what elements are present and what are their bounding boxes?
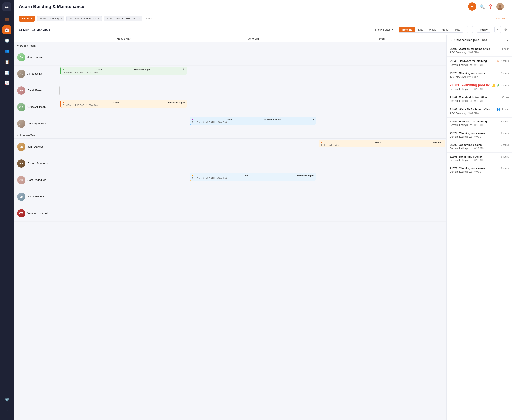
today-button[interactable]: Today (476, 27, 491, 33)
filters-button[interactable]: Filters ▾ (19, 15, 35, 22)
job-list-id: 21495 (450, 47, 457, 51)
cell-james-mon[interactable] (59, 49, 188, 65)
user-avatar-wrap[interactable]: ▼ (497, 3, 507, 10)
cell-sara-tue[interactable]: 21545 Hardware repair Tech Fixes Ltd W1F… (188, 172, 317, 188)
status-filter-close-icon[interactable]: ✕ (60, 17, 62, 20)
cell-wanda-mon[interactable] (59, 205, 188, 221)
list-item-21603-swimming-2[interactable]: 21603 Swimming pool fix 5 hours Bernard … (447, 141, 512, 153)
filters-toolbar: Filters ▾ Status: Pending ✕ Job type: St… (14, 13, 512, 24)
show-select[interactable]: Show 5 days ▾ (373, 27, 395, 32)
cell-john-wed[interactable]: 21545 Hardwa… Tech Fixes Ltd W… (317, 139, 446, 155)
sidebar-item-briefcase[interactable]: 💼 (2, 15, 11, 24)
list-item-21495-water-2[interactable]: 21495 Water fix for home office 👥 1 hour… (447, 105, 512, 118)
cell-robert-tue[interactable] (188, 155, 317, 172)
job-time: 10:00–12:00 (86, 71, 98, 74)
job-card-sara-21545[interactable]: 21545 Hardware repair Tech Fixes Ltd W1F… (189, 173, 316, 181)
cell-jason-tue[interactable] (188, 188, 317, 205)
sidebar-item-users[interactable]: 👥 (2, 47, 11, 56)
list-item-21578-cleaning-3[interactable]: 21578 Cleaning work areas 3 hours Bernar… (447, 164, 512, 176)
cell-alfred-tue[interactable] (188, 66, 317, 82)
sidebar-item-chart[interactable]: 📈 (2, 79, 11, 88)
cell-grace-mon[interactable]: 21545 Hardware repair Tech Fixes Ltd W1F… (59, 99, 188, 115)
cell-anthony-mon[interactable] (59, 115, 188, 132)
list-item-21578-cleaning-2[interactable]: 21578 Cleaning work areas 3 hours Bernar… (447, 129, 512, 141)
job-list-name: Cleaning work areas (459, 132, 501, 135)
add-button[interactable]: + (468, 2, 476, 11)
job-card-anthony-21545[interactable]: 21545 Hardware repair ≡ Tech Fixes Ltd W… (189, 117, 316, 125)
team-header-london[interactable]: ▾ London Team (14, 132, 446, 139)
job-list-company: Bernard Lettings Ltd (450, 124, 472, 127)
calendar-settings-icon[interactable]: ⚙ (504, 28, 507, 32)
tab-week[interactable]: Week (426, 27, 439, 32)
job-list-company: Bernard Lettings Ltd (450, 64, 472, 67)
job-list-duration: 3 hours (501, 72, 509, 75)
sidebar-item-list[interactable]: 📋 (2, 57, 11, 67)
tab-map[interactable]: Map (452, 27, 463, 32)
list-item-21545-hardware[interactable]: 21545 Hardware maintaining ↻ 2 hours Ber… (447, 57, 512, 69)
job-company: Tech Fixes Ltd (192, 177, 205, 180)
cell-sara-mon[interactable] (59, 172, 188, 188)
clear-filters-button[interactable]: Clear filters (494, 17, 507, 20)
list-item-21545-hardware-2[interactable]: 21545 Hardware maintaining 2 hours Berna… (447, 118, 512, 129)
prev-button[interactable]: ‹ (467, 26, 473, 33)
team-group-london: ▾ London Team JD John Dawson (14, 132, 446, 222)
cell-jason-wed[interactable] (317, 188, 446, 205)
job-list-name: Electrical fix for office (459, 96, 501, 99)
job-list-id: 21545 (450, 120, 457, 123)
date-filter-chip[interactable]: Date 01/10/21 – 08/01/21 ✕ (104, 16, 142, 21)
tab-month[interactable]: Month (439, 27, 452, 32)
cell-grace-tue[interactable] (188, 99, 317, 115)
cell-sarah-tue[interactable] (188, 82, 317, 99)
sidebar-item-settings[interactable]: ⚙️ (2, 395, 11, 405)
sidebar-item-arrow[interactable]: → (2, 406, 11, 415)
job-card-john-21545[interactable]: 21545 Hardwa… Tech Fixes Ltd W… (319, 140, 445, 147)
person-row-anthony-parker: AP Anthony Parker 21545 Hardware repair … (14, 115, 446, 132)
cell-robert-wed[interactable] (317, 155, 446, 172)
day-header-mon: Mon, 8 Mar (59, 35, 188, 42)
tab-day[interactable]: Day (415, 27, 426, 32)
cell-john-mon[interactable] (59, 139, 188, 155)
list-item-21603-swimming-3[interactable]: 21603 Swimming pool fix 5 hours Bernard … (447, 153, 512, 164)
help-icon[interactable]: ❓ (488, 4, 493, 9)
date-filter-close-icon[interactable]: ✕ (138, 17, 140, 20)
cell-sarah-wed[interactable] (317, 82, 446, 99)
cell-jason-mon[interactable] (59, 188, 188, 205)
more-filters-button[interactable]: 3 more... (144, 16, 158, 21)
job-list-duration: 5 hours (501, 143, 509, 146)
status-filter-chip[interactable]: Status: Pending ✕ (37, 16, 64, 21)
refresh-icon: ↻ (183, 68, 185, 71)
list-item-21603-swimming-red[interactable]: 21603 Swimming pool fix ⚠️ ⇄ 5 hours Ber… (447, 81, 512, 93)
list-item-21578-cleaning[interactable]: 21578 Cleaning work areas 3 hours Tech F… (447, 69, 512, 81)
cell-sara-wed[interactable] (317, 172, 446, 188)
list-item-21489-electrical[interactable]: 21489 Electrical fix for office 30 min B… (447, 93, 512, 105)
cell-sarah-mon[interactable] (59, 82, 188, 99)
cell-robert-mon[interactable] (59, 155, 188, 172)
person-info-jason-roberts: JR Jason Roberts (14, 188, 59, 205)
cell-anthony-wed[interactable] (317, 115, 446, 132)
team-header-dublin[interactable]: ▾ Dublin Team (14, 42, 446, 49)
cell-alfred-mon[interactable]: 21545 Hardware repair ↻ Tech Fixes Ltd W… (59, 66, 188, 82)
cell-wanda-tue[interactable] (188, 205, 317, 221)
show-chevron-icon: ▾ (392, 28, 393, 31)
search-icon[interactable]: 🔍 (480, 4, 485, 9)
sidebar-item-calendar[interactable]: 📅 (2, 25, 11, 34)
next-button[interactable]: › (494, 26, 501, 33)
job-location: W1F 0TH (206, 121, 215, 123)
job-card-grace-21545[interactable]: 21545 Hardware repair Tech Fixes Ltd W1F… (60, 100, 187, 108)
sidebar-item-clock[interactable]: 🕐 (2, 36, 11, 45)
job-card-alfred-21545[interactable]: 21545 Hardware repair ↻ Tech Fixes Ltd W… (60, 67, 187, 75)
cell-anthony-tue[interactable]: 21545 Hardware repair ≡ Tech Fixes Ltd W… (188, 115, 317, 132)
cell-james-tue[interactable] (188, 49, 317, 65)
cell-john-tue[interactable] (188, 139, 317, 155)
tab-timeline[interactable]: Timeline (399, 27, 416, 32)
cell-james-wed[interactable] (317, 49, 446, 65)
cell-wanda-wed[interactable] (317, 205, 446, 221)
sync-icon: ⇄ (497, 83, 499, 87)
sidebar-item-report[interactable]: 📊 (2, 68, 11, 77)
list-item-21495-water[interactable]: 21495 Water fix for home office 1 hour A… (447, 45, 512, 57)
unscheduled-chevron-icon[interactable]: ∨ (506, 38, 509, 42)
cell-grace-wed[interactable] (317, 99, 446, 115)
jobtype-filter-chip[interactable]: Job type: Standard job ✕ (67, 16, 102, 21)
cell-alfred-wed[interactable] (317, 66, 446, 82)
jobtype-filter-close-icon[interactable]: ✕ (98, 17, 99, 20)
